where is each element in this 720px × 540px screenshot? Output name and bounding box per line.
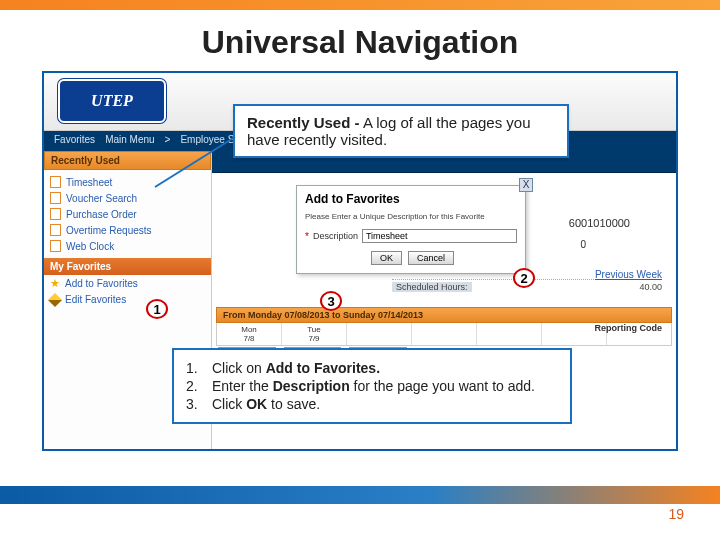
pencil-icon: [48, 292, 62, 306]
previous-week-link[interactable]: Previous Week: [595, 269, 662, 280]
add-to-favorites-link[interactable]: ★Add to Favorites: [44, 275, 211, 292]
slide-title: Universal Navigation: [0, 24, 720, 61]
step-marker-2: 2: [513, 268, 535, 288]
dialog-subtitle: Please Enter a Unique Description for th…: [297, 212, 525, 227]
page-number: 19: [668, 506, 684, 522]
description-input[interactable]: [362, 229, 517, 243]
day-col: [347, 323, 412, 345]
recently-used-item[interactable]: Voucher Search: [50, 190, 205, 206]
my-favorites-header: My Favorites: [44, 258, 211, 275]
recently-used-item[interactable]: Purchase Order: [50, 206, 205, 222]
description-label: Description: [313, 231, 358, 241]
week-range-header: From Monday 07/08/2013 to Sunday 07/14/2…: [216, 307, 672, 323]
step-marker-1: 1: [146, 299, 168, 319]
day-col: [477, 323, 542, 345]
required-star-icon: *: [305, 231, 309, 242]
add-favorites-dialog: X Add to Favorites Please Enter a Unique…: [296, 185, 526, 274]
recently-used-item[interactable]: Web Clock: [50, 238, 205, 254]
employee-id: 6001010000: [569, 217, 630, 229]
reporting-code-header: Reporting Code: [595, 323, 663, 333]
breadcrumb-favorites[interactable]: Favorites: [54, 134, 95, 148]
close-icon[interactable]: X: [519, 178, 533, 192]
recently-used-header: Recently Used: [44, 151, 211, 170]
scheduled-hours-label: Scheduled Hours:: [392, 282, 472, 292]
day-col: Tue7/9: [282, 323, 347, 345]
breadcrumb-sep: >: [165, 134, 171, 148]
dialog-title: Add to Favorites: [297, 186, 525, 212]
zero-value: 0: [580, 239, 586, 250]
scheduled-hours-value: 40.00: [639, 282, 662, 292]
document-icon: [50, 208, 61, 220]
recently-used-item[interactable]: Timesheet: [50, 174, 205, 190]
edit-favorites-link[interactable]: Edit Favorites: [44, 292, 211, 307]
cancel-button[interactable]: Cancel: [408, 251, 454, 265]
recently-used-list: Timesheet Voucher Search Purchase Order …: [44, 170, 211, 258]
breadcrumb-mainmenu[interactable]: Main Menu: [105, 134, 154, 148]
footer-accent-bar: [0, 486, 720, 504]
step-marker-3: 3: [320, 291, 342, 311]
callout-recently-used: Recently Used - A log of all the pages y…: [233, 104, 569, 158]
day-col: Mon7/8: [217, 323, 282, 345]
day-col: [412, 323, 477, 345]
ok-button[interactable]: OK: [371, 251, 402, 265]
document-icon: [50, 240, 61, 252]
recently-used-item[interactable]: Overtime Requests: [50, 222, 205, 238]
star-icon: ★: [50, 277, 60, 290]
instructions-callout: 1.Click on Add to Favorites. 2.Enter the…: [172, 348, 572, 424]
document-icon: [50, 176, 61, 188]
document-icon: [50, 224, 61, 236]
document-icon: [50, 192, 61, 204]
utep-logo: UTEP: [58, 79, 166, 123]
accent-top-bar: [0, 0, 720, 10]
